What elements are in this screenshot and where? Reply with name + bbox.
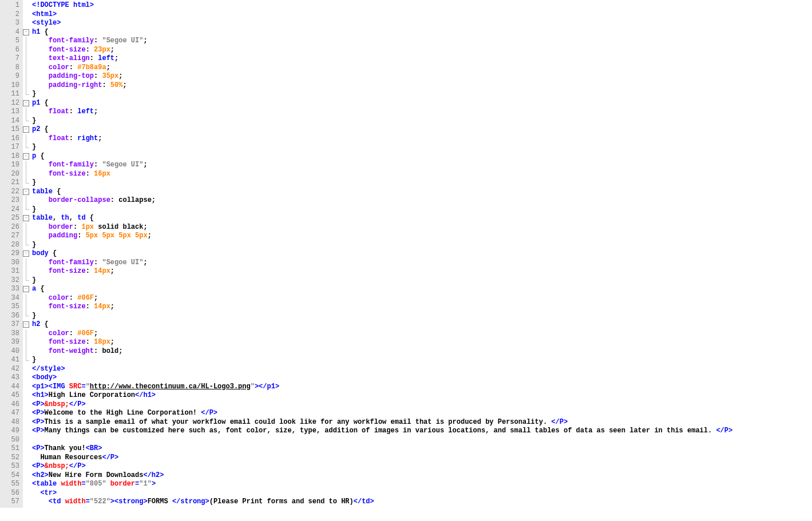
token: </P> xyxy=(102,454,118,462)
code-line[interactable]: a { xyxy=(32,285,812,294)
code-line[interactable]: table { xyxy=(32,188,812,197)
code-line[interactable]: p { xyxy=(32,152,812,161)
code-line[interactable]: font-family: "Segoe UI"; xyxy=(32,258,812,268)
token: } xyxy=(32,117,36,125)
code-line[interactable]: font-weight: bold; xyxy=(32,347,812,356)
code-line[interactable]: } xyxy=(32,356,812,365)
code-line[interactable]: p2 { xyxy=(32,125,812,134)
fold-toggle-icon[interactable]: - xyxy=(23,29,29,35)
code-line[interactable]: } xyxy=(32,178,812,188)
code-line[interactable]: <style> xyxy=(32,19,812,28)
code-line[interactable]: h1 { xyxy=(32,28,812,37)
fold-guide xyxy=(26,329,26,339)
code-line[interactable]: font-size: 23px; xyxy=(32,46,812,55)
token: { xyxy=(49,249,57,257)
code-line[interactable]: <P>&nbsp;</P> xyxy=(32,400,812,409)
code-line[interactable]: h2 { xyxy=(32,320,812,329)
code-line[interactable]: <tr> xyxy=(32,489,812,498)
token: padding-top xyxy=(49,72,94,80)
code-line[interactable]: <P>Welcome to the High Line Corporation!… xyxy=(32,409,812,418)
code-line[interactable]: <h2>New Hire Form Downloads</h2> xyxy=(32,471,812,480)
code-line[interactable] xyxy=(32,436,812,445)
code-line[interactable]: font-size: 18px; xyxy=(32,338,812,347)
code-line[interactable]: } xyxy=(32,117,812,126)
code-line[interactable]: </style> xyxy=(32,365,812,374)
token: font-size xyxy=(49,170,86,178)
fold-guide xyxy=(26,258,26,268)
fold-guide xyxy=(26,294,26,303)
code-line[interactable]: font-family: "Segoe UI"; xyxy=(32,37,812,46)
code-line[interactable]: padding-top: 35px; xyxy=(32,72,812,81)
line-number: 24 xyxy=(0,205,19,214)
code-line[interactable]: color: #06F; xyxy=(32,329,812,339)
token: SRC xyxy=(69,383,82,391)
token: } xyxy=(32,356,36,364)
code-line[interactable]: font-size: 16px xyxy=(32,170,812,179)
token: <P> xyxy=(32,462,45,470)
fold-guide xyxy=(26,267,26,276)
code-line[interactable]: font-size: 14px; xyxy=(32,267,812,276)
line-number: 22 xyxy=(0,188,19,197)
token: { xyxy=(40,320,48,328)
line-number: 7 xyxy=(0,54,19,63)
token: "Segoe UI" xyxy=(102,161,143,169)
code-line[interactable]: <body> xyxy=(32,373,812,383)
code-line[interactable]: float: right; xyxy=(32,134,812,144)
code-line[interactable]: } xyxy=(32,312,812,321)
code-line[interactable]: color: #06F; xyxy=(32,294,812,303)
line-number: 18 xyxy=(0,152,19,161)
code-line[interactable]: } xyxy=(32,90,812,99)
code-editor[interactable]: <!DOCTYPE html><html><style>h1 { font-fa… xyxy=(31,0,812,508)
code-line[interactable]: <P>Many things can be customized here su… xyxy=(32,427,812,436)
token: 16px xyxy=(94,170,110,178)
fold-guide xyxy=(26,161,26,170)
code-line[interactable]: <P>Thank you!<BR> xyxy=(32,444,812,454)
code-line[interactable]: <P>&nbsp;</P> xyxy=(32,462,812,471)
code-line[interactable]: font-size: 14px; xyxy=(32,303,812,312)
code-line[interactable]: padding-right: 50%; xyxy=(32,81,812,90)
token: border xyxy=(110,480,135,488)
token: left xyxy=(98,54,114,62)
token: color xyxy=(49,63,69,71)
fold-toggle-icon[interactable]: - xyxy=(23,126,29,133)
code-line[interactable]: <h1>High Line Corporation</h1> xyxy=(32,391,812,400)
code-line[interactable]: <p1><IMG SRC="http://www.thecontinuum.ca… xyxy=(32,383,812,392)
code-line[interactable]: padding: 5px 5px 5px 5px; xyxy=(32,232,812,241)
code-line[interactable]: float: left; xyxy=(32,108,812,117)
code-line[interactable]: <!DOCTYPE html> xyxy=(32,1,812,10)
code-line[interactable]: <td width="522"><strong>FORMS </strong>(… xyxy=(32,498,812,507)
code-line[interactable]: } xyxy=(32,205,812,214)
token: p1 xyxy=(32,99,40,107)
code-line[interactable]: border: 1px solid black; xyxy=(32,223,812,232)
code-line[interactable]: text-align: left; xyxy=(32,54,812,63)
fold-toggle-icon[interactable]: - xyxy=(23,286,29,292)
fold-toggle-icon[interactable]: - xyxy=(23,189,29,195)
fold-toggle-icon[interactable]: - xyxy=(23,321,29,328)
fold-toggle-icon[interactable]: - xyxy=(23,153,29,160)
code-line[interactable]: Human Resources</P> xyxy=(32,454,812,463)
code-line[interactable]: p1 { xyxy=(32,99,812,108)
fold-guide xyxy=(26,276,26,281)
fold-toggle-icon[interactable]: - xyxy=(23,215,29,221)
line-number: 8 xyxy=(0,63,19,73)
code-line[interactable]: } xyxy=(32,143,812,152)
token: ; xyxy=(114,54,118,62)
code-line[interactable]: } xyxy=(32,241,812,250)
token: font-size xyxy=(49,338,86,346)
token: </style> xyxy=(32,365,65,373)
code-line[interactable]: table, th, td { xyxy=(32,214,812,223)
code-line[interactable]: <html> xyxy=(32,10,812,19)
code-line[interactable]: font-family: "Segoe UI"; xyxy=(32,161,812,170)
code-line[interactable]: body { xyxy=(32,249,812,258)
code-line[interactable]: <table width="805" border="1"> xyxy=(32,480,812,489)
line-number: 33 xyxy=(0,285,19,294)
fold-toggle-icon[interactable]: - xyxy=(23,100,29,106)
fold-toggle-icon[interactable]: - xyxy=(23,250,29,257)
code-line[interactable]: color: #7b8a9a; xyxy=(32,63,812,73)
token: High Line Corporation xyxy=(49,391,135,399)
code-line[interactable]: <P>This is a sample email of what your w… xyxy=(32,418,812,427)
code-line[interactable]: border-collapse: collapse; xyxy=(32,196,812,205)
token: : xyxy=(94,37,102,45)
code-line[interactable]: } xyxy=(32,276,812,285)
token: ; xyxy=(110,46,114,54)
